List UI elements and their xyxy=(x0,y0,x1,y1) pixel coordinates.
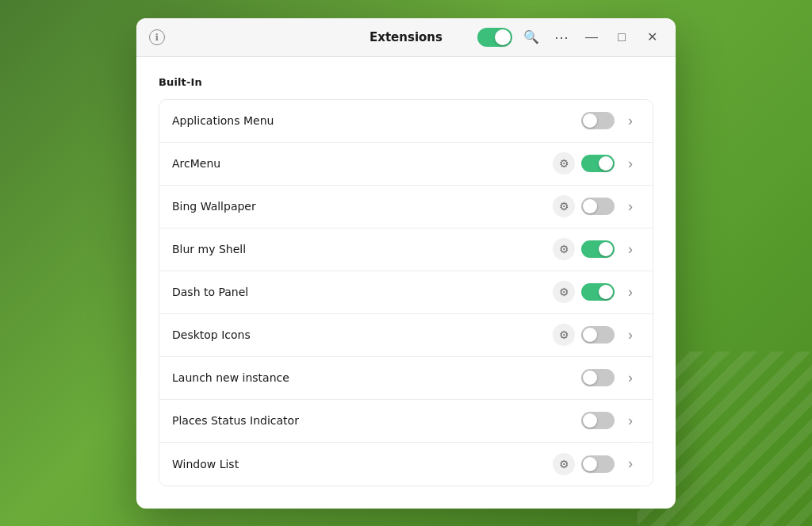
chevron-button[interactable]: › xyxy=(621,455,640,474)
extension-toggle[interactable] xyxy=(581,155,615,172)
gear-button[interactable]: ⚙ xyxy=(553,453,575,475)
extension-actions: › xyxy=(581,411,640,430)
extension-toggle[interactable] xyxy=(581,240,615,258)
toggle-knob xyxy=(599,156,613,171)
extension-toggle[interactable] xyxy=(581,283,615,301)
titlebar: ℹ Extensions 🔍 ⋯ — □ ✕ xyxy=(136,18,676,57)
extension-row: Desktop Icons⚙› xyxy=(159,314,653,357)
chevron-button[interactable]: › xyxy=(621,411,640,430)
extension-row: Dash to Panel⚙› xyxy=(159,271,653,314)
toggle-knob xyxy=(583,371,597,385)
extension-actions: ⚙› xyxy=(553,281,640,303)
global-extensions-toggle[interactable] xyxy=(477,28,512,47)
extension-name: Desktop Icons xyxy=(172,328,543,341)
section-title: Built-In xyxy=(159,76,653,88)
extension-toggle[interactable] xyxy=(581,369,615,386)
extension-actions: ⚙› xyxy=(553,324,640,346)
titlebar-controls: 🔍 ⋯ — □ ✕ xyxy=(477,26,663,48)
window-title: Extensions xyxy=(370,30,442,44)
extension-row: Blur my Shell⚙› xyxy=(159,228,653,271)
extension-actions: › xyxy=(581,368,640,387)
menu-button[interactable]: ⋯ xyxy=(550,26,573,48)
extension-actions: › xyxy=(581,111,640,130)
extension-row: Window List⚙› xyxy=(159,443,653,486)
toggle-knob xyxy=(583,113,597,128)
info-icon[interactable]: ℹ xyxy=(149,29,165,45)
extension-toggle[interactable] xyxy=(581,455,615,473)
extension-toggle[interactable] xyxy=(581,198,615,215)
close-icon: ✕ xyxy=(647,29,657,44)
toggle-knob xyxy=(583,328,597,342)
extension-toggle[interactable] xyxy=(581,326,615,344)
gear-button[interactable]: ⚙ xyxy=(553,238,575,260)
chevron-button[interactable]: › xyxy=(621,197,640,216)
extension-row: Launch new instance› xyxy=(159,357,653,400)
extension-row: Places Status Indicator› xyxy=(159,400,653,443)
chevron-button[interactable]: › xyxy=(621,325,640,344)
extension-toggle[interactable] xyxy=(581,412,615,429)
extension-actions: ⚙› xyxy=(553,152,640,175)
extension-actions: ⚙› xyxy=(553,195,640,217)
extension-name: Places Status Indicator xyxy=(172,414,572,427)
toggle-knob xyxy=(583,199,597,213)
extension-toggle[interactable] xyxy=(581,112,615,129)
window-content: Built-In Applications Menu›ArcMenu⚙›Bing… xyxy=(136,57,676,509)
maximize-icon: □ xyxy=(618,30,626,44)
dots-icon: ⋯ xyxy=(554,29,569,46)
extension-row: Applications Menu› xyxy=(159,100,653,143)
extension-actions: ⚙› xyxy=(553,453,640,475)
extension-actions: ⚙› xyxy=(553,238,640,260)
toggle-knob xyxy=(599,285,613,299)
gear-button[interactable]: ⚙ xyxy=(553,281,575,303)
extension-name: Bing Wallpaper xyxy=(172,200,543,213)
gear-button[interactable]: ⚙ xyxy=(553,324,575,346)
extension-name: Blur my Shell xyxy=(172,243,543,255)
minimize-icon: — xyxy=(585,30,598,44)
chevron-button[interactable]: › xyxy=(621,368,640,387)
extension-name: Dash to Panel xyxy=(172,286,543,298)
minimize-button[interactable]: — xyxy=(580,26,603,48)
extensions-list: Applications Menu›ArcMenu⚙›Bing Wallpape… xyxy=(159,99,653,486)
toggle-knob xyxy=(495,29,511,45)
toggle-knob xyxy=(583,413,597,428)
gear-button[interactable]: ⚙ xyxy=(553,195,575,217)
titlebar-left: ℹ xyxy=(149,29,165,45)
toggle-knob xyxy=(599,242,613,256)
toggle-knob xyxy=(583,457,597,471)
chevron-button[interactable]: › xyxy=(621,240,640,259)
close-button[interactable]: ✕ xyxy=(641,26,663,48)
chevron-button[interactable]: › xyxy=(621,282,640,301)
extension-name: Launch new instance xyxy=(172,371,572,384)
extension-name: ArcMenu xyxy=(172,157,543,170)
extension-row: Bing Wallpaper⚙› xyxy=(159,186,653,228)
chevron-button[interactable]: › xyxy=(621,111,640,130)
extensions-window: ℹ Extensions 🔍 ⋯ — □ ✕ Built-In xyxy=(136,18,676,509)
chevron-button[interactable]: › xyxy=(621,154,640,173)
extension-name: Applications Menu xyxy=(172,114,572,127)
search-button[interactable]: 🔍 xyxy=(520,26,542,48)
extension-row: ArcMenu⚙› xyxy=(159,143,653,186)
search-icon: 🔍 xyxy=(523,29,539,44)
gear-button[interactable]: ⚙ xyxy=(553,152,575,175)
extension-name: Window List xyxy=(172,458,543,470)
maximize-button[interactable]: □ xyxy=(611,26,633,48)
